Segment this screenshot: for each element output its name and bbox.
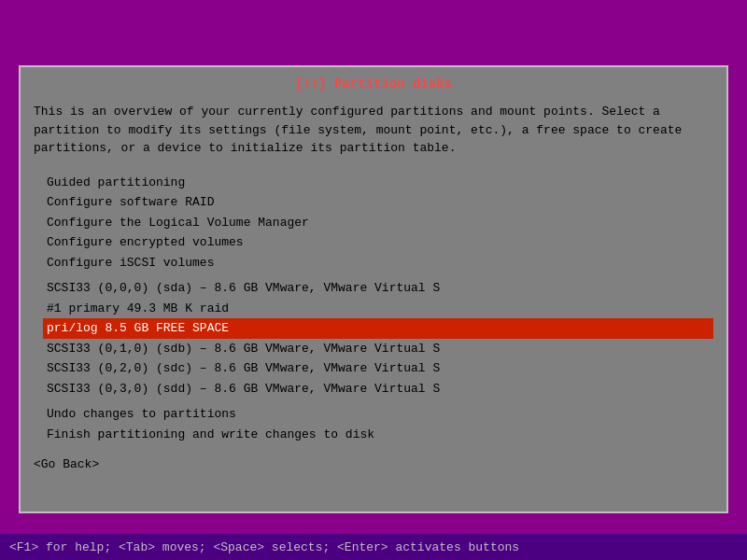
menu-item-lvm[interactable]: Configure the Logical Volume Manager [43,213,713,233]
menu-item-guided[interactable]: Guided partitioning [43,173,713,193]
status-bar: <F1> for help; <Tab> moves; <Space> sele… [0,534,747,560]
title-bar: [!!] Partition disks [34,77,713,91]
menu-item-iscsi[interactable]: Configure iSCSI volumes [43,253,713,273]
action-finish[interactable]: Finish partitioning and write changes to… [43,425,713,445]
device-sdd[interactable]: SCSI33 (0,3,0) (sdd) – 8.6 GB VMware, VM… [43,379,713,399]
description-text: This is an overview of your currently co… [34,103,713,158]
menu-area: Guided partitioning Configure software R… [34,173,713,445]
action-undo[interactable]: Undo changes to partitions [43,404,713,425]
menu-item-encrypted[interactable]: Configure encrypted volumes [43,232,713,253]
device-sdc[interactable]: SCSI33 (0,2,0) (sdc) – 8.6 GB VMware, VM… [43,358,713,379]
device-sda-primary[interactable]: #1 primary 49.3 MB K raid [43,299,713,319]
device-sdb[interactable]: SCSI33 (0,1,0) (sdb) – 8.6 GB VMware, VM… [43,339,713,359]
status-text: <F1> for help; <Tab> moves; <Space> sele… [9,540,519,554]
terminal-window: [!!] Partition disks This is an overview… [19,65,728,513]
menu-item-raid[interactable]: Configure software RAID [43,192,713,213]
go-back-button[interactable]: <Go Back> [34,457,713,471]
device-sda[interactable]: SCSI33 (0,0,0) (sda) – 8.6 GB VMware, VM… [43,278,713,299]
device-sda-freespace[interactable]: pri/log 8.5 GB FREE SPACE [43,318,713,339]
